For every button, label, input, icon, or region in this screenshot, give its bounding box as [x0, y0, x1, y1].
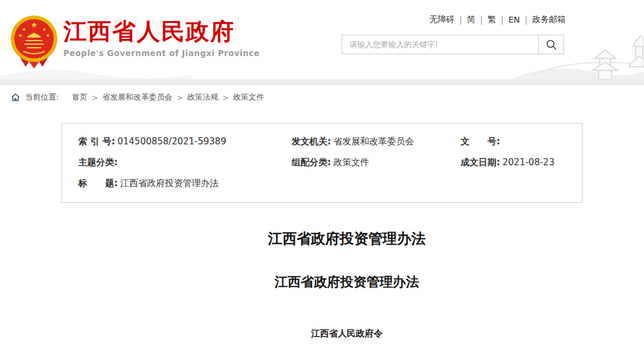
breadcrumb-item-policy-regulations[interactable]: 政策法规 — [187, 92, 218, 103]
meta-topic-label: 主题分类: — [78, 157, 118, 168]
breadcrumb: 当前位置: 首页 > 省发展和改革委员会 > 政策法规 > 政策文件 — [0, 85, 644, 109]
svg-text:★: ★ — [22, 27, 26, 32]
site-subtitle: People's Government of Jiangxi Province — [63, 48, 260, 58]
breadcrumb-label: 当前位置: — [25, 92, 59, 103]
meta-group-category: 组配分类:政策文件 — [292, 156, 461, 168]
document-title-repeat: 江西省政府投资管理办法 — [62, 273, 632, 291]
svg-text:★: ★ — [45, 33, 50, 38]
header-divider — [0, 79, 644, 85]
meta-document-number: 文 号: — [461, 135, 576, 147]
meta-issue-date: 成文日期:2021-08-23 — [461, 156, 576, 168]
meta-title-value: 江西省政府投资管理办法 — [120, 178, 219, 189]
breadcrumb-separator: > — [176, 93, 183, 102]
search-icon — [545, 39, 557, 51]
meta-issuer-label: 发文机关: — [292, 136, 331, 147]
meta-title: 标 题:江西省政府投资管理办法 — [78, 177, 576, 189]
link-separator: | — [501, 15, 504, 24]
home-icon[interactable] — [11, 92, 20, 102]
site-header: ★ ★ ★ ★ ★ 江西省人民政府 People's Government of… — [0, 0, 644, 79]
breadcrumb-separator: > — [222, 93, 229, 102]
search-button[interactable] — [538, 35, 563, 54]
link-separator: | — [525, 15, 528, 24]
meta-index-value: 014500858/2021-59389 — [117, 136, 226, 147]
svg-text:★: ★ — [42, 27, 46, 32]
site-title: 江西省人民政府 — [63, 19, 260, 45]
meta-issuing-agency: 发文机关:省发展和改革委员会 — [292, 135, 461, 147]
link-accessibility[interactable]: 无障碍 — [430, 14, 455, 25]
meta-docnum-label: 文 号: — [461, 136, 500, 147]
search-input[interactable] — [342, 35, 538, 54]
meta-issuer-value: 省发展和改革委员会 — [333, 136, 414, 147]
svg-text:★: ★ — [18, 33, 22, 38]
meta-group-value: 政策文件 — [333, 157, 369, 168]
document-body: 江西省政府投资管理办法 江西省政府投资管理办法 江西省人民政府令 第251号 — [62, 229, 632, 349]
meta-index-number: 索 引 号:014500858/2021-59389 — [78, 135, 292, 147]
national-emblem-logo: ★ ★ ★ ★ ★ — [10, 14, 58, 69]
document-title: 江西省政府投资管理办法 — [62, 229, 632, 248]
breadcrumb-item-home[interactable]: 首页 — [72, 92, 87, 103]
link-separator: | — [480, 15, 483, 24]
site-branding: 江西省人民政府 People's Government of Jiangxi P… — [63, 19, 260, 58]
meta-index-label: 索 引 号: — [78, 136, 115, 147]
decree-title: 江西省人民政府令 — [62, 328, 632, 339]
link-simplified-chinese[interactable]: 简 — [467, 14, 476, 25]
breadcrumb-separator: > — [91, 93, 98, 102]
link-traditional-chinese[interactable]: 繁 — [487, 14, 496, 25]
breadcrumb-item-policy-documents[interactable]: 政策文件 — [233, 92, 264, 103]
meta-group-label: 组配分类: — [292, 157, 331, 168]
link-separator: | — [459, 15, 462, 24]
breadcrumb-item-drc[interactable]: 省发展和改革委员会 — [102, 92, 172, 103]
meta-date-label: 成文日期: — [461, 157, 500, 168]
meta-title-label: 标 题: — [78, 178, 118, 189]
document-metadata-box: 索 引 号:014500858/2021-59389 发文机关:省发展和改革委员… — [62, 123, 582, 203]
meta-date-value: 2021-08-23 — [502, 157, 554, 168]
link-gov-mail[interactable]: 政务邮箱 — [532, 14, 566, 25]
svg-text:★: ★ — [30, 20, 38, 29]
top-utility-links: 无障碍 | 简 | 繁 | EN | 政务邮箱 — [430, 14, 566, 25]
search-bar — [342, 35, 564, 54]
meta-topic-category: 主题分类: — [78, 156, 292, 168]
link-english[interactable]: EN — [508, 15, 520, 24]
page: ★ ★ ★ ★ ★ 江西省人民政府 People's Government of… — [0, 0, 644, 349]
